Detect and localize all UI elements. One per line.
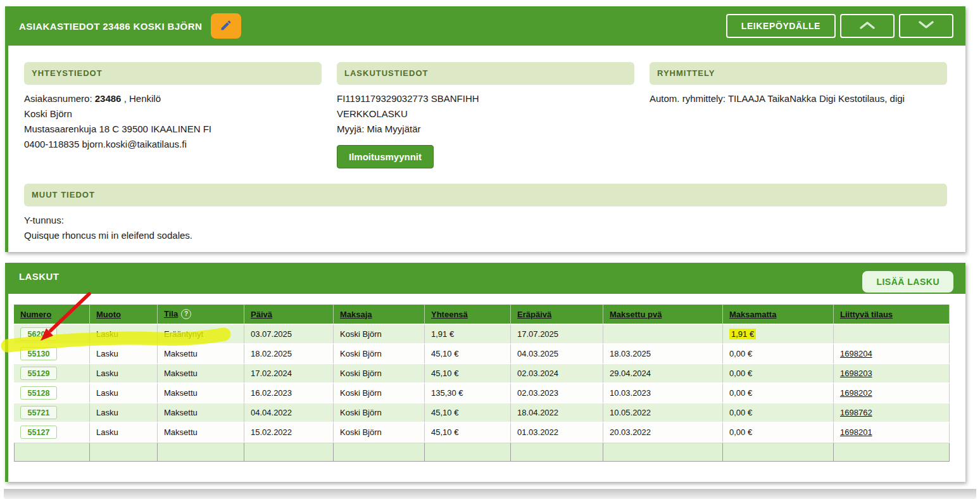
cell-erapaiva: 01.03.2022 bbox=[511, 423, 603, 443]
cell-paiva: 04.04.2022 bbox=[244, 403, 334, 423]
empty-row bbox=[14, 443, 950, 462]
collapse-up-button[interactable] bbox=[840, 14, 895, 38]
empty-cell bbox=[158, 443, 244, 462]
unpaid-amount: 0,00 € bbox=[729, 427, 752, 437]
related-order-link[interactable]: 1698202 bbox=[840, 388, 872, 398]
unpaid-amount: 0,00 € bbox=[729, 388, 752, 398]
column-maksettu-pva[interactable]: Maksettu pvä bbox=[603, 305, 723, 325]
page-bottom-shadow bbox=[4, 489, 976, 499]
customer-phone-email: 0400-118835 bjorn.koski@taikatilaus.fi bbox=[24, 137, 322, 152]
cell-yhteensa: 135,30 € bbox=[425, 384, 511, 403]
empty-cell bbox=[723, 443, 834, 462]
empty-cell bbox=[14, 443, 90, 462]
unpaid-amount: 0,00 € bbox=[729, 408, 752, 417]
column-tila[interactable]: Tila? bbox=[158, 305, 244, 325]
invoices-panel-header: LASKUT LISÄÄ LASKU bbox=[8, 263, 965, 294]
customer-address: Mustasaarenkuja 18 C 39500 IKAALINEN FI bbox=[24, 122, 322, 137]
invoice-number-button[interactable]: 55127 bbox=[20, 426, 57, 439]
cell-tila: Maksettu bbox=[158, 364, 244, 384]
column-paiva[interactable]: Päivä bbox=[244, 305, 334, 325]
notification-sales-button[interactable]: Ilmoitusmyynnit bbox=[337, 145, 434, 168]
column-liittyva-tilaus[interactable]: Liittyvä tilaus bbox=[834, 305, 950, 325]
cell-muoto: Lasku bbox=[90, 325, 158, 344]
cell-yhteensa: 45,10 € bbox=[425, 423, 511, 443]
column-maksamatta[interactable]: Maksamatta bbox=[723, 305, 834, 325]
cell-numero: 55721 bbox=[14, 403, 90, 423]
grouping-section: RYHMITTELY Autom. ryhmittely: TILAAJA Ta… bbox=[650, 62, 947, 168]
related-order-link[interactable]: 1698201 bbox=[840, 427, 872, 437]
cell-numero: 55129 bbox=[14, 364, 90, 384]
cell-maksettu-pva: 18.03.2025 bbox=[603, 344, 723, 364]
invoice-row: 55127 Lasku Maksettu 15.02.2022 Koski Bj… bbox=[14, 423, 950, 443]
billing-seller: Myyjä: Mia Myyjätär bbox=[337, 122, 634, 137]
cell-erapaiva: 18.04.2022 bbox=[511, 403, 603, 423]
cell-paiva: 17.02.2024 bbox=[244, 364, 334, 384]
cell-paiva: 18.02.2025 bbox=[244, 344, 334, 364]
cell-maksamatta: 0,00 € bbox=[723, 384, 834, 403]
cell-muoto: Lasku bbox=[90, 344, 158, 364]
cell-maksettu-pva: 29.04.2024 bbox=[603, 364, 723, 384]
cell-yhteensa: 45,10 € bbox=[425, 364, 511, 384]
unpaid-amount: 0,00 € bbox=[729, 369, 752, 378]
grouping-line: Autom. ryhmittely: TILAAJA TaikaNakka Di… bbox=[650, 91, 947, 106]
contact-section: YHTEYSTIEDOT Asiakasnumero: 23486 , Henk… bbox=[24, 62, 322, 168]
other-info-section: MUUT TIEDOT Y-tunnus: Quisque rhoncus mi… bbox=[24, 184, 955, 243]
invoice-row: 55721 Lasku Maksettu 04.04.2022 Koski Bj… bbox=[14, 403, 950, 423]
billing-method: VERKKOLASKU bbox=[337, 106, 634, 122]
invoices-title: LASKUT bbox=[19, 271, 59, 282]
invoice-number-button[interactable]: 55128 bbox=[20, 386, 57, 400]
cell-maksamatta: 0,00 € bbox=[723, 364, 834, 384]
cell-maksamatta: 0,00 € bbox=[723, 344, 834, 364]
grouping-section-title: RYHMITTELY bbox=[650, 62, 947, 85]
cell-maksaja: Koski Björn bbox=[334, 384, 425, 403]
invoice-table-body: 56203 Lasku Erääntynyt 03.07.2025 Koski … bbox=[14, 325, 950, 443]
invoice-number-button[interactable]: 55129 bbox=[20, 367, 57, 380]
related-order-link[interactable]: 1698203 bbox=[840, 369, 872, 378]
column-yhteensa[interactable]: Yhteensä bbox=[425, 305, 511, 325]
column-muoto[interactable]: Muoto bbox=[90, 305, 158, 325]
cell-yhteensa: 45,10 € bbox=[425, 403, 511, 423]
empty-cell bbox=[834, 443, 950, 462]
billing-section: LASKUTUSTIEDOT FI1191179329032773 SBANFI… bbox=[337, 62, 634, 168]
cell-liittyva-tilaus: 1698202 bbox=[834, 384, 950, 403]
cell-maksettu-pva bbox=[603, 325, 723, 344]
cell-paiva: 15.02.2022 bbox=[244, 423, 334, 443]
empty-cell bbox=[244, 443, 334, 462]
cell-erapaiva: 04.03.2025 bbox=[511, 344, 603, 364]
cell-maksaja: Koski Björn bbox=[334, 403, 425, 423]
cell-yhteensa: 45,10 € bbox=[425, 344, 511, 364]
invoice-number-button[interactable]: 55130 bbox=[20, 347, 57, 360]
invoice-number-button[interactable]: 56203 bbox=[20, 327, 57, 341]
related-order-link[interactable]: 1698204 bbox=[840, 349, 872, 358]
invoice-number-button[interactable]: 55721 bbox=[20, 406, 57, 419]
cell-erapaiva: 17.07.2025 bbox=[511, 325, 603, 344]
edit-customer-button[interactable] bbox=[211, 13, 241, 39]
contact-section-title: YHTEYSTIEDOT bbox=[24, 62, 322, 85]
invoice-row: 55130 Lasku Maksettu 18.02.2025 Koski Bj… bbox=[14, 344, 950, 364]
customer-panel: ASIAKASTIEDOT 23486 KOSKI BJÖRN LEIKEPÖY… bbox=[5, 6, 965, 252]
cell-liittyva-tilaus: 1698204 bbox=[834, 344, 950, 364]
cell-muoto: Lasku bbox=[90, 403, 158, 423]
cell-maksettu-pva: 10.05.2022 bbox=[603, 403, 723, 423]
cell-erapaiva: 02.03.2023 bbox=[511, 384, 603, 403]
customer-panel-content: YHTEYSTIEDOT Asiakasnumero: 23486 , Henk… bbox=[8, 46, 965, 243]
customer-number-line: Asiakasnumero: 23486 , Henkilö bbox=[24, 91, 322, 106]
help-icon[interactable]: ? bbox=[181, 309, 191, 319]
copy-to-clipboard-button[interactable]: LEIKEPÖYDÄLLE bbox=[726, 14, 836, 38]
column-numero[interactable]: Numero bbox=[14, 305, 90, 325]
cell-tila: Erääntynyt bbox=[158, 325, 244, 344]
invoices-panel: LASKUT LISÄÄ LASKU Numero Muoto Tila? Pä… bbox=[5, 263, 965, 482]
add-invoice-button[interactable]: LISÄÄ LASKU bbox=[862, 271, 953, 293]
cell-paiva: 03.07.2025 bbox=[244, 325, 334, 344]
cell-maksamatta: 0,00 € bbox=[723, 403, 834, 423]
column-erapaiva[interactable]: Eräpäivä bbox=[511, 305, 603, 325]
cell-muoto: Lasku bbox=[90, 364, 158, 384]
customer-number: 23486 bbox=[95, 93, 122, 104]
cell-maksettu-pva: 20.03.2022 bbox=[603, 423, 723, 443]
expand-down-button[interactable] bbox=[899, 14, 953, 38]
column-maksaja[interactable]: Maksaja bbox=[334, 305, 425, 325]
pencil-icon bbox=[220, 19, 232, 34]
empty-cell bbox=[90, 443, 158, 462]
other-info-title: MUUT TIEDOT bbox=[24, 184, 947, 206]
related-order-link[interactable]: 1698762 bbox=[840, 408, 872, 417]
